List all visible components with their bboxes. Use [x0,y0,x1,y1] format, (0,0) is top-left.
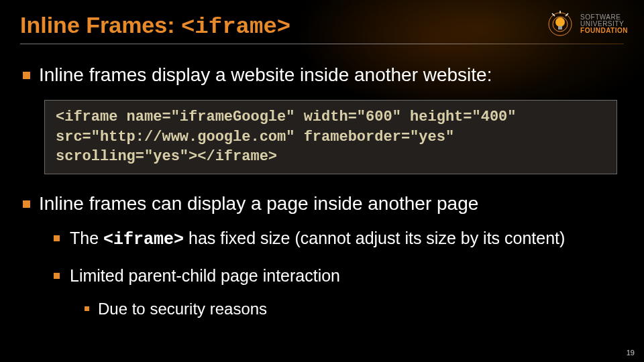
brand-line3: FOUNDATION [580,27,628,34]
title-underline [20,44,624,44]
svg-rect-2 [558,26,562,29]
bullet-2-1-post: has fixed size (cannot adjust its size b… [189,229,565,247]
page-number: 19 [627,349,635,357]
bullet-1: Inline frames display a website inside a… [20,63,624,86]
title-text: Inline Frames: [20,12,181,38]
bullet-2-text: Inline frames can display a page inside … [39,193,478,214]
bullet-2-1-code: <iframe> [103,230,184,249]
slide-title: Inline Frames: <iframe> [20,12,624,40]
bullet-2-2-1: Due to security reasons [82,298,624,319]
bullet-2-2-1-text: Due to security reasons [98,300,267,318]
bullet-2-2: Limited parent-child page interaction Du… [51,265,624,320]
code-line-2: src="http://www.google.com" frameborder=… [56,127,606,147]
bullet-2: Inline frames can display a page inside … [20,192,624,319]
brand-logo: SOFTWARE UNIVERSITY FOUNDATION [545,9,628,39]
lightbulb-gear-icon [545,9,575,39]
title-code: <iframe> [181,14,290,40]
bullet-2-1: The <iframe> has fixed size (cannot adju… [51,227,624,251]
code-line-1: <iframe name="iframeGoogle" width="600" … [56,107,606,127]
code-line-3: scrolling="yes"></iframe> [56,147,606,167]
bullet-2-2-text: Limited parent-child page interaction [70,266,340,285]
brand-text: SOFTWARE UNIVERSITY FOUNDATION [580,14,628,34]
code-block: <iframe name="iframeGoogle" width="600" … [44,100,617,174]
bullet-1-text: Inline frames display a website inside a… [39,64,492,85]
bullet-2-1-pre: The [70,229,103,247]
